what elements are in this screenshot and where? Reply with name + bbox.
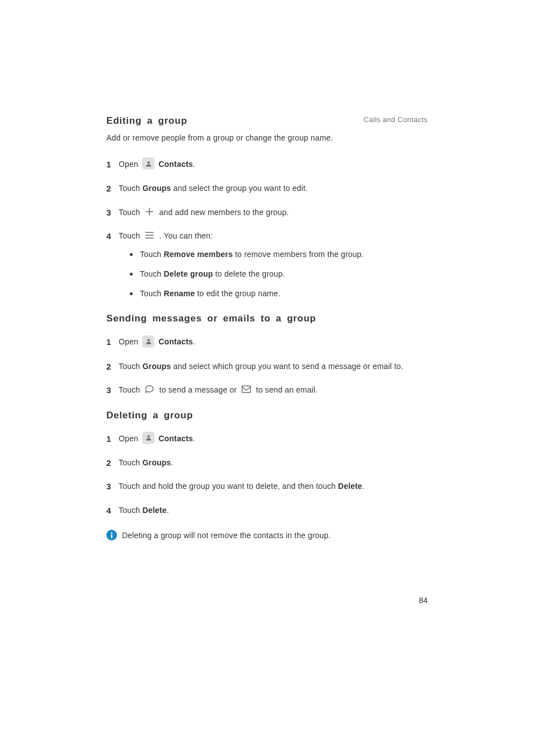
text-bold: Delete group: [163, 269, 213, 278]
steps-deleting-group: Open Contacts. Touch Groups. Touch and h…: [106, 432, 431, 516]
note-text: Deleting a group will not remove the con…: [122, 531, 331, 540]
svg-rect-7: [242, 386, 251, 393]
svg-point-9: [111, 532, 113, 534]
contacts-icon: [142, 157, 154, 170]
text-bold: Contacts: [158, 160, 193, 169]
note-deleting-group: Deleting a group will not remove the con…: [106, 530, 431, 542]
contacts-icon: [142, 432, 154, 444]
text: .: [362, 482, 364, 491]
step-2: Touch Groups and select the group you wa…: [106, 182, 431, 194]
text: to send a message or: [157, 385, 239, 394]
text: to send an email.: [254, 385, 317, 394]
text: .: [167, 506, 169, 515]
text: and select the group you want to edit.: [171, 184, 307, 193]
text: Touch: [140, 250, 163, 259]
svg-rect-10: [111, 534, 112, 538]
text: and add new members to the group.: [157, 208, 289, 217]
text: Touch: [119, 231, 142, 240]
text: Touch: [119, 506, 142, 515]
step-3: Touch to send a message or to send an em…: [106, 384, 431, 396]
text: Touch: [119, 184, 142, 193]
step-2: Touch Groups.: [106, 456, 431, 469]
text-bold: Delete: [142, 506, 166, 515]
step-3: Touch and hold the group you want to del…: [106, 480, 431, 492]
text-bold: Contacts: [158, 337, 193, 346]
step-3: Touch and add new members to the group.: [106, 206, 431, 218]
text-bold: Groups: [142, 458, 171, 467]
bullet-2: Touch Delete group to delete the group.: [128, 268, 431, 280]
svg-point-8: [147, 436, 149, 438]
text: Touch: [140, 289, 163, 298]
text-bold: Delete: [338, 482, 362, 491]
text: .: [193, 160, 195, 169]
text-bold: Contacts: [158, 434, 193, 443]
text: .: [171, 458, 173, 467]
step-2: Touch Groups and select which group you …: [106, 360, 431, 372]
page-number: 84: [419, 596, 428, 605]
info-icon: [106, 530, 117, 540]
page-content: Editing a group Add or remove people fro…: [106, 115, 431, 542]
steps-editing-group: Open Contacts. Touch Groups and select t…: [106, 158, 431, 300]
text: . You can then:: [157, 231, 213, 240]
text: Open: [119, 434, 140, 443]
text: Open: [119, 160, 140, 169]
text: and select which group you want to send …: [171, 362, 403, 371]
text: Touch: [119, 385, 142, 394]
text: Open: [119, 337, 140, 346]
text: Touch and hold the group you want to del…: [119, 482, 338, 491]
text: to edit the group name.: [195, 289, 280, 298]
text: .: [193, 337, 195, 346]
step-1: Open Contacts.: [106, 432, 431, 445]
email-icon: [240, 384, 252, 395]
bullet-3: Touch Rename to edit the group name.: [128, 288, 431, 300]
heading-deleting-group: Deleting a group: [106, 410, 431, 421]
text-bold: Groups: [142, 184, 171, 193]
contacts-icon: [142, 335, 154, 348]
svg-point-0: [147, 161, 149, 164]
steps-sending-group: Open Contacts. Touch Groups and select w…: [106, 335, 431, 396]
step-4: Touch . You can then: Touch Remove membe…: [106, 230, 431, 300]
text: to remove members from the group.: [233, 250, 364, 259]
bullet-1: Touch Remove members to remove members f…: [128, 249, 431, 260]
text: Touch: [119, 458, 142, 467]
text-bold: Rename: [163, 289, 195, 298]
plus-icon: [143, 206, 156, 217]
text: to delete the group.: [213, 269, 285, 278]
intro-editing-group: Add or remove people from a group or cha…: [106, 133, 431, 142]
svg-point-6: [147, 339, 149, 341]
menu-icon: [143, 230, 156, 241]
bullets-editing-group: Touch Remove members to remove members f…: [128, 249, 431, 300]
heading-sending-group: Sending messages or emails to a group: [106, 313, 431, 324]
step-1: Open Contacts.: [106, 335, 431, 348]
text: Touch: [119, 208, 142, 217]
step-1: Open Contacts.: [106, 158, 431, 171]
heading-editing-group: Editing a group: [106, 115, 431, 127]
text-bold: Groups: [142, 362, 171, 371]
text: .: [193, 434, 195, 443]
text: Touch: [140, 269, 163, 278]
step-4: Touch Delete.: [106, 504, 431, 516]
text: Touch: [119, 362, 142, 371]
text-bold: Remove members: [163, 250, 232, 259]
message-icon: [143, 384, 156, 395]
